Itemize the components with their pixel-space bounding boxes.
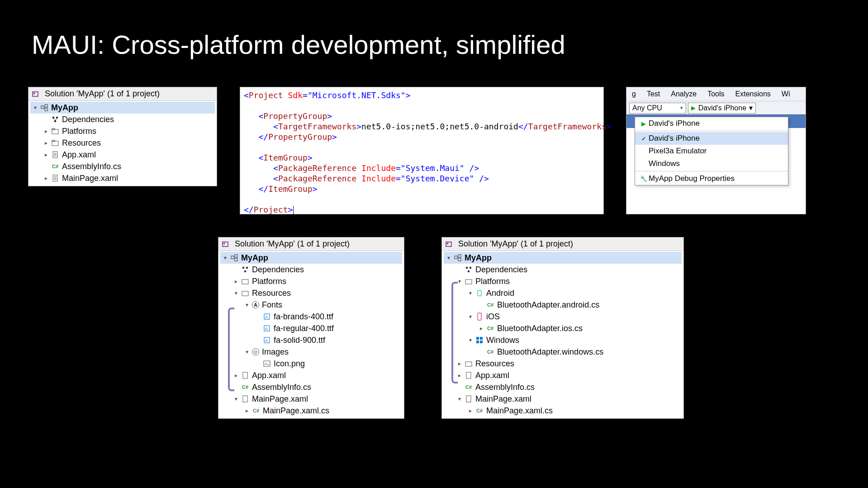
- se3-mainpage[interactable]: ▾MainPage.xaml: [444, 393, 682, 405]
- expand-icon[interactable]: ▾: [32, 104, 38, 111]
- svg-rect-42: [478, 290, 481, 296]
- svg-rect-18: [235, 258, 237, 261]
- chevron-down-icon: ▾: [749, 104, 753, 112]
- xaml-icon: [465, 395, 473, 403]
- menu-extensions[interactable]: Extensions: [730, 90, 776, 98]
- se3-appxaml[interactable]: ▸App.xaml: [444, 370, 682, 381]
- menu-analyze[interactable]: Analyze: [665, 90, 702, 98]
- se2-icon[interactable]: Icon.png: [220, 358, 402, 370]
- csharp-icon: C#: [465, 383, 473, 391]
- svg-rect-36: [458, 255, 461, 257]
- se2-mainpagecs[interactable]: ▸C#MainPage.xaml.cs: [220, 405, 402, 417]
- menu-bar: g Test Analyze Tools Extensions Wi: [626, 87, 806, 101]
- menu-test[interactable]: Test: [641, 90, 665, 98]
- project-icon: [40, 104, 48, 112]
- se1-resources[interactable]: ▸Resources: [30, 137, 215, 149]
- expand-icon[interactable]: ▸: [43, 152, 49, 158]
- se2-font3[interactable]: Afa-solid-900.ttf: [220, 334, 402, 346]
- folder-icon: [51, 139, 59, 147]
- svg-rect-34: [447, 243, 448, 244]
- code-content: <Project Sdk="Microsoft.NET.Sdks"> <Prop…: [240, 87, 603, 218]
- svg-rect-45: [480, 337, 483, 340]
- menu-tools[interactable]: Tools: [702, 90, 730, 98]
- code-editor[interactable]: <Project Sdk="Microsoft.NET.Sdks"> <Prop…: [240, 87, 604, 214]
- se1-project-name: MyApp: [51, 103, 78, 113]
- se3-dependencies[interactable]: Dependencies: [444, 264, 682, 275]
- ttf-icon: A: [263, 336, 271, 344]
- svg-rect-21: [244, 270, 246, 272]
- dependencies-icon: [241, 265, 249, 274]
- expand-icon[interactable]: ▸: [43, 128, 49, 134]
- se1-project-row[interactable]: ▾MyApp: [30, 102, 215, 114]
- expand-icon[interactable]: ▸: [43, 140, 49, 146]
- folder-icon: [241, 289, 249, 297]
- menu-fragment[interactable]: g: [626, 90, 641, 98]
- svg-rect-4: [45, 108, 47, 111]
- debug-target-dropdown: ▶David's iPhone ✓David's iPhone Pixel3a …: [635, 117, 788, 185]
- svg-text:A: A: [265, 315, 268, 319]
- se1-platforms[interactable]: ▸Platforms: [30, 125, 215, 137]
- csharp-icon: C#: [475, 407, 484, 415]
- se3-project-row[interactable]: ▾MyApp: [444, 252, 682, 264]
- dd-item-davids-iphone-1[interactable]: ▶David's iPhone: [635, 117, 788, 130]
- svg-rect-22: [242, 280, 248, 284]
- svg-rect-15: [223, 243, 225, 244]
- se2-platforms[interactable]: ▸Platforms: [220, 275, 402, 287]
- se2-resources[interactable]: ▾Resources: [220, 287, 402, 299]
- svg-rect-32: [243, 396, 247, 402]
- se1-appxaml[interactable]: ▸App.xaml: [30, 149, 215, 161]
- folder-icon: [465, 277, 473, 285]
- se2-dependencies[interactable]: Dependencies: [220, 264, 402, 275]
- svg-rect-23: [242, 291, 248, 296]
- folder-icon: [465, 360, 473, 368]
- se3-windows-file[interactable]: C#BluetoothAdapter.windows.cs: [444, 346, 682, 358]
- se3-assemblyinfo[interactable]: C#AssemblyInfo.cs: [444, 381, 682, 393]
- se2-fonts[interactable]: ▾AFonts: [220, 299, 402, 311]
- se2-appxaml[interactable]: ▸App.xaml: [220, 370, 402, 381]
- dd-item-windows[interactable]: Windows: [635, 157, 788, 170]
- se1-mainpage[interactable]: ▸MainPage.xaml: [30, 172, 215, 184]
- images-icon: ☺: [252, 348, 259, 355]
- se2-project-row[interactable]: ▾MyApp: [220, 252, 402, 264]
- svg-text:A: A: [265, 338, 268, 343]
- svg-rect-46: [476, 341, 479, 343]
- se3-android[interactable]: ▾Android: [444, 287, 682, 299]
- se2-font2[interactable]: Afa-regular-400.ttf: [220, 322, 402, 334]
- se2-font1[interactable]: Afa-brands-400.ttf: [220, 311, 402, 322]
- csharp-icon: C#: [486, 301, 494, 309]
- platform-combo[interactable]: Any CPU▾: [629, 103, 686, 114]
- xaml-icon: [51, 151, 59, 159]
- dd-item-debug-properties[interactable]: 🔧MyApp Debug Properties: [635, 172, 788, 185]
- svg-rect-7: [54, 120, 56, 122]
- se3-ios[interactable]: ▾iOS: [444, 311, 682, 322]
- se1-header-text: Solution 'MyApp' (1 of 1 project): [45, 89, 160, 99]
- debug-target-button[interactable]: ▶ David's iPhone ▾: [688, 103, 756, 114]
- windows-icon: [475, 336, 484, 344]
- csharp-icon: C#: [486, 348, 494, 356]
- se3-mainpagecs[interactable]: ▸C#MainPage.xaml.cs: [444, 405, 682, 417]
- android-icon: [475, 289, 484, 297]
- se1-assemblyinfo[interactable]: C#AssemblyInfo.cs: [30, 161, 215, 172]
- folder-icon: [51, 127, 59, 135]
- svg-rect-20: [246, 267, 248, 269]
- se3-android-file[interactable]: C#BluetoothAdapter.android.cs: [444, 299, 682, 311]
- dd-item-pixel3a[interactable]: Pixel3a Emulator: [635, 145, 788, 157]
- se2-mainpage[interactable]: ▾MainPage.xaml: [220, 393, 402, 405]
- se2-images[interactable]: ▾☺Images: [220, 346, 402, 358]
- svg-rect-40: [468, 270, 470, 272]
- se3-ios-file[interactable]: ▸C#BluetoothAdapter.ios.cs: [444, 322, 682, 334]
- menu-fragment[interactable]: Wi: [776, 90, 796, 98]
- se3-resources[interactable]: ▸Resources: [444, 358, 682, 370]
- se3-windows[interactable]: ▾Windows: [444, 334, 682, 346]
- svg-rect-43: [478, 313, 481, 320]
- se3-platforms[interactable]: ▾Platforms: [444, 275, 682, 287]
- play-icon: ▶: [691, 104, 696, 111]
- expand-icon[interactable]: ▸: [43, 175, 49, 181]
- se2-assemblyinfo[interactable]: C#AssemblyInfo.cs: [220, 381, 402, 393]
- svg-rect-3: [45, 104, 47, 107]
- svg-rect-16: [231, 256, 234, 259]
- xaml-icon: [241, 371, 249, 379]
- se1-dependencies[interactable]: Dependencies: [30, 114, 215, 125]
- toolbar-panel: g Test Analyze Tools Extensions Wi Any C…: [626, 87, 806, 214]
- dd-item-davids-iphone-2[interactable]: ✓David's iPhone: [635, 132, 788, 145]
